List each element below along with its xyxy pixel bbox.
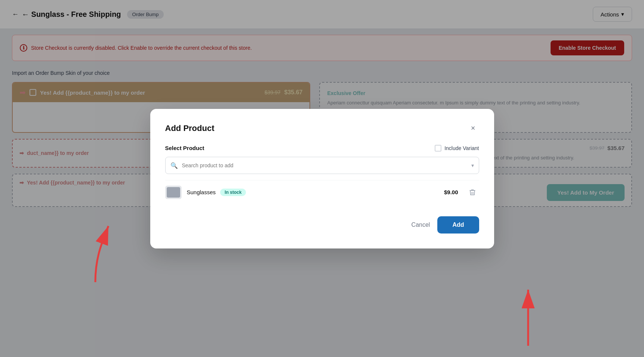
- select-product-label: Select Product: [165, 145, 204, 151]
- add-product-modal: Add Product × Select Product Include Var…: [150, 109, 494, 248]
- select-product-row: Select Product Include Variant: [165, 145, 479, 152]
- product-thumbnail: [165, 186, 182, 199]
- modal-close-button[interactable]: ×: [467, 122, 479, 134]
- modal-overlay: Add Product × Select Product Include Var…: [0, 0, 644, 357]
- cancel-button[interactable]: Cancel: [412, 222, 430, 228]
- search-icon: 🔍: [170, 162, 178, 169]
- modal-footer: Cancel Add: [165, 216, 479, 234]
- product-list-item: Sunglasses In stock $9.00: [165, 180, 479, 204]
- chevron-down-icon: ▾: [471, 162, 474, 168]
- search-input[interactable]: [165, 157, 479, 174]
- annotation-arrow-1: [73, 219, 118, 286]
- include-variant-label: Include Variant: [444, 145, 479, 151]
- product-price: $9.00: [444, 189, 458, 195]
- product-thumb-img: [167, 187, 180, 198]
- modal-title: Add Product: [165, 123, 215, 133]
- add-button[interactable]: Add: [437, 216, 479, 234]
- annotation-arrow-2: [506, 282, 551, 350]
- include-variant-checkbox[interactable]: [435, 145, 441, 152]
- product-name: Sunglasses: [187, 189, 216, 195]
- include-variant-container: Include Variant: [435, 145, 479, 152]
- search-wrapper: 🔍 ▾: [165, 157, 479, 174]
- trash-icon: [469, 189, 476, 196]
- delete-product-button[interactable]: [466, 186, 479, 199]
- modal-header: Add Product ×: [165, 122, 479, 134]
- in-stock-badge: In stock: [220, 189, 246, 196]
